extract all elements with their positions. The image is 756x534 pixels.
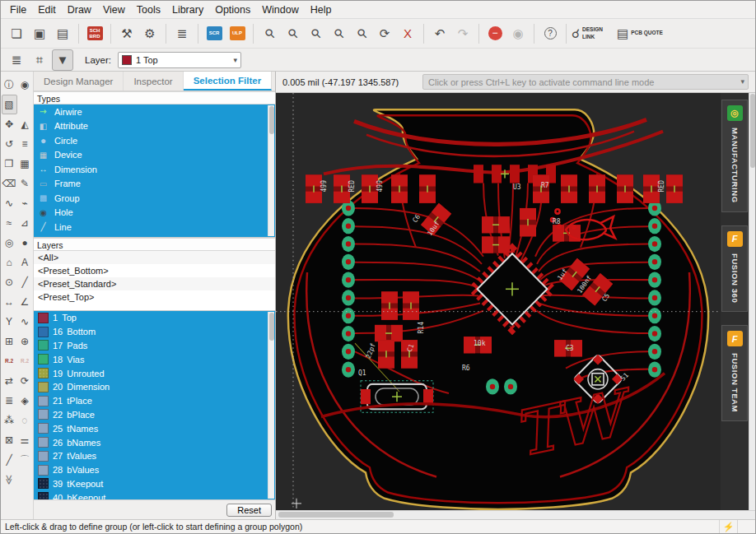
grid-button[interactable]: ⌗ [29, 49, 50, 71]
menu-item[interactable]: File [4, 2, 32, 17]
zoom-select-button[interactable]: ⚲ [328, 23, 349, 44]
schematic-board-toggle[interactable]: SCH BRD [84, 23, 105, 44]
route-curve-tool[interactable]: ≈ [2, 213, 17, 233]
layer-settings-button[interactable]: ≣ [6, 49, 27, 71]
hole-tool[interactable]: ⊙ [2, 272, 17, 292]
via-tool[interactable]: ◎ [2, 233, 17, 253]
panel-tab[interactable]: Selection Filter [184, 72, 272, 91]
menu-item[interactable]: Tools [131, 2, 166, 17]
layer-preset-item[interactable]: <All> [34, 251, 275, 264]
wire-tool[interactable]: ╱ [17, 272, 33, 292]
cancel-button[interactable]: X [397, 23, 418, 44]
new-button[interactable]: ❏ [6, 23, 27, 44]
menu-item[interactable]: View [97, 2, 131, 17]
menu-item[interactable]: Options [209, 2, 256, 17]
toolbar-button[interactable] [198, 24, 198, 44]
add-part-tool[interactable]: ⊞ [2, 332, 17, 351]
smash-tool[interactable]: R.2 [17, 351, 33, 371]
Bottom[interactable]: 16 Bottom [34, 325, 275, 339]
zoom-in-button[interactable]: ⚲ [282, 23, 303, 44]
print-button[interactable]: ▤ [52, 23, 73, 44]
menu-item[interactable]: Help [305, 2, 338, 17]
run-script-button[interactable]: SCR [203, 23, 225, 44]
menu-item[interactable]: Window [256, 2, 304, 17]
tab-fusion-team[interactable]: FUSION TEAM [721, 325, 748, 421]
toolbar-button[interactable] [423, 24, 424, 44]
polygon-tool[interactable]: ⌂ [2, 253, 17, 272]
type-filter-item[interactable]: Group [34, 191, 275, 206]
bValues[interactable]: 28 bValues [34, 463, 275, 477]
command-line-input[interactable] [422, 74, 749, 90]
zoom-redraw-button[interactable]: ⚲ [351, 23, 372, 44]
type-filter-item[interactable]: Frame [34, 177, 275, 192]
mirror-tool[interactable]: ◭ [17, 114, 33, 134]
toolbar-button[interactable] [478, 24, 479, 44]
panel-tab[interactable]: Design Manager [34, 72, 124, 91]
rotate-tool[interactable]: ↺ [2, 134, 17, 154]
show-tool[interactable]: ◉ [17, 75, 33, 95]
tab-fusion-360[interactable]: FUSION 360 [721, 225, 748, 312]
replace-tool[interactable]: R.2 [2, 351, 17, 371]
undo-button[interactable]: ↶ [429, 23, 450, 44]
vertical-scrollbar[interactable] [749, 93, 755, 510]
stop-button[interactable]: − [484, 23, 506, 44]
change-tool[interactable]: ✎ [17, 174, 33, 193]
collapse-toolbar-button[interactable]: ≫ [2, 470, 17, 490]
type-filter-item[interactable]: Attribute [34, 119, 275, 134]
tKeepout[interactable]: 39 tKeepout [34, 477, 275, 491]
Top[interactable]: 1 Top [34, 311, 275, 325]
dimension-tool[interactable]: ↔ [2, 292, 17, 312]
delete-tool[interactable]: ⌫ [2, 174, 17, 193]
horizontal-scrollbar[interactable] [276, 510, 755, 519]
refresh-button[interactable]: ⟳ [374, 23, 395, 44]
toolbar-button[interactable] [534, 24, 534, 44]
tValues[interactable]: 27 tValues [34, 449, 275, 463]
add-device-tool[interactable]: ⊕ [17, 332, 33, 351]
smd-tool[interactable]: ● [17, 233, 33, 253]
copy-stack-tool[interactable]: ≣ [2, 391, 17, 411]
pinswap-tool[interactable]: ⇄ [2, 371, 17, 391]
type-filter-item[interactable]: Hole [34, 206, 275, 221]
Dimension[interactable]: 20 Dimension [34, 380, 275, 394]
miter-tool[interactable]: ∠ [17, 292, 33, 312]
manufacturing-import-button[interactable]: ⚙ [139, 23, 161, 44]
types-scrollbar[interactable] [268, 105, 274, 236]
pcb-quote-button[interactable]: ▤ PCB QUOTE [617, 23, 664, 44]
type-filter-item[interactable]: Circle [34, 133, 275, 148]
Pads[interactable]: 17 Pads [34, 339, 275, 353]
tNames[interactable]: 25 tNames [34, 421, 275, 435]
toolbar-button[interactable] [110, 24, 111, 44]
text-tool[interactable]: A [17, 253, 33, 272]
type-filter-item[interactable]: Dimension [34, 162, 275, 177]
type-filter-item[interactable]: Pad [34, 234, 275, 239]
arc-tool[interactable]: ⌒ [17, 450, 33, 470]
toolbar-button[interactable] [566, 24, 567, 44]
copy-tool[interactable]: ❐ [2, 154, 17, 174]
bPlace[interactable]: 22 bPlace [34, 408, 275, 422]
align-tool[interactable]: ≡ [17, 134, 33, 154]
go-button[interactable]: ◉ [507, 23, 529, 44]
info-tool[interactable]: ⓘ [2, 75, 17, 95]
bKeepout[interactable]: 40 bKeepout [34, 490, 275, 499]
run-ulp-button[interactable]: ULP [226, 23, 248, 44]
group-tool[interactable]: ▧ [2, 95, 17, 114]
toolbar-button[interactable] [166, 24, 166, 44]
Vias[interactable]: 18 Vias [34, 352, 275, 366]
help-button[interactable]: ? [539, 23, 561, 44]
paste-tool[interactable]: ▦ [17, 154, 33, 174]
line-tool[interactable]: ╱ [2, 450, 17, 470]
panel-tab[interactable]: Inspector [124, 72, 183, 91]
board-canvas[interactable]: TW 499RED499REDU3R7C610ufR81uf100n [276, 93, 721, 510]
layers-scrollbar[interactable] [268, 312, 274, 499]
layer-dropdown[interactable]: 1 Top [118, 52, 241, 68]
design-link-button[interactable]: ☌ DESIGN LINK [572, 23, 615, 44]
menu-item[interactable]: Edit [32, 2, 62, 17]
save-button[interactable]: ▣ [29, 23, 50, 44]
autoroute-tool[interactable]: ◌ [17, 411, 33, 430]
type-filter-item[interactable]: Device [34, 148, 275, 163]
menu-item[interactable]: Library [166, 2, 209, 17]
toolbar-button[interactable] [253, 24, 254, 44]
ripup-tool[interactable]: ⌁ [17, 193, 33, 213]
type-filter-item[interactable]: Airwire [34, 104, 275, 119]
lock-tool[interactable]: ⊠ [2, 430, 17, 450]
